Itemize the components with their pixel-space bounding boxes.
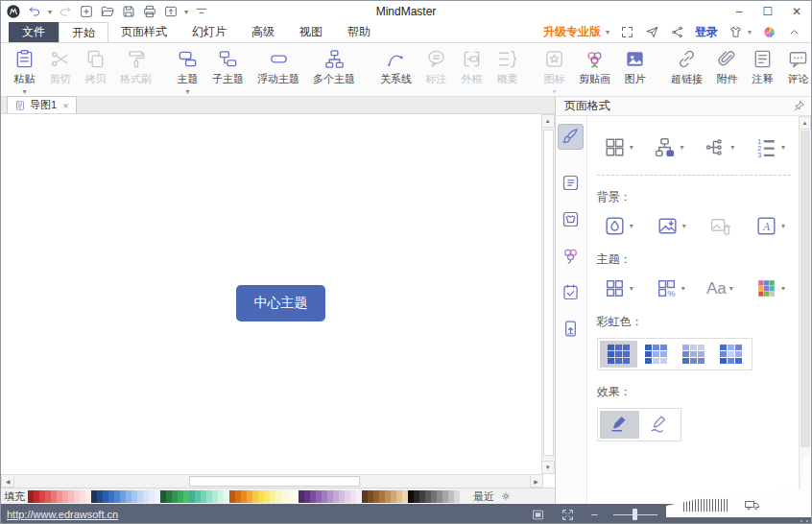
background-fill-button[interactable]: ▾ bbox=[603, 214, 633, 238]
toolbar-group: 超链接附件注释评论标签▾ bbox=[660, 43, 812, 96]
clipboard-button[interactable]: 粘贴▾ bbox=[7, 43, 42, 96]
dropdown-caret-icon: ▾ bbox=[781, 284, 785, 293]
task-icon bbox=[561, 282, 581, 305]
connector-style-button[interactable]: ▾ bbox=[704, 135, 734, 159]
login-button[interactable]: 登录 bbox=[695, 24, 718, 40]
minimize-button[interactable]: – bbox=[725, 2, 753, 22]
theme-color-button[interactable]: ▾ bbox=[754, 276, 785, 300]
menu-tab-advanced[interactable]: 高级 bbox=[239, 22, 287, 42]
callout-button: 标注 bbox=[418, 43, 454, 96]
numbering-button[interactable]: 123 ▾ bbox=[754, 135, 785, 159]
panel-strip-outline-list-button[interactable] bbox=[558, 171, 584, 197]
tshirt-dropdown-caret-icon[interactable]: ▾ bbox=[748, 28, 752, 36]
hyperlink-button[interactable]: 超链接 bbox=[664, 43, 709, 96]
panel-strip-device-button[interactable] bbox=[558, 317, 584, 343]
edrawsoft-link[interactable]: http://www.edrawsoft.cn bbox=[7, 509, 118, 520]
vertical-scrollbar[interactable]: ▲ ▼ bbox=[541, 114, 555, 474]
palette-settings-icon[interactable] bbox=[500, 490, 512, 502]
menu-tab-page-style[interactable]: 页面样式 bbox=[108, 22, 179, 42]
watermark-button[interactable]: A ▾ bbox=[754, 214, 785, 238]
zoom-out-button[interactable]: − bbox=[590, 508, 598, 522]
vertical-scroll-thumb[interactable] bbox=[543, 130, 554, 456]
summary-button: 概要 bbox=[490, 43, 525, 96]
open-file-button[interactable] bbox=[100, 4, 115, 19]
panel-scroll-up-button[interactable]: ▲ bbox=[799, 116, 811, 130]
upgrade-pro-button[interactable]: 升级专业版 bbox=[543, 24, 601, 40]
rainbow-cell bbox=[720, 345, 727, 350]
rainbow-cell bbox=[698, 358, 705, 364]
background-image-button[interactable]: ▾ bbox=[656, 214, 686, 238]
zoom-slider-handle[interactable] bbox=[633, 509, 637, 520]
central-topic-node[interactable]: 中心主题 bbox=[236, 285, 325, 322]
effect-option-2[interactable] bbox=[639, 411, 679, 439]
tab-close-icon[interactable]: × bbox=[62, 100, 68, 111]
toolbar-button-label: 多个主题 bbox=[313, 72, 355, 86]
mindmap-canvas[interactable]: 中心主题 ▲ ▼ ◀ ▶ bbox=[1, 114, 555, 488]
rainbow-option-1[interactable] bbox=[600, 341, 637, 368]
scroll-down-button[interactable]: ▼ bbox=[541, 461, 555, 474]
fullscreen-expand-icon[interactable] bbox=[561, 508, 575, 522]
picture-button[interactable]: 图片 bbox=[617, 43, 653, 96]
panel-scrollbar[interactable]: ▲ bbox=[799, 116, 811, 504]
theme-variant-button[interactable]: % ▾ bbox=[655, 276, 685, 300]
theme-style-button[interactable]: ▾ bbox=[603, 276, 633, 300]
color-swatch[interactable] bbox=[460, 490, 466, 503]
maximize-button[interactable]: ☐ bbox=[753, 2, 782, 22]
structure-style-button[interactable]: ▾ bbox=[653, 135, 683, 159]
effect-option-1[interactable] bbox=[600, 411, 639, 439]
panel-header: 页面格式 bbox=[556, 97, 811, 116]
panel-strip-stamp-button[interactable] bbox=[558, 207, 584, 233]
panel-strip-task-button[interactable] bbox=[558, 280, 584, 306]
close-button[interactable]: ✕ bbox=[782, 2, 811, 22]
attachment-button[interactable]: 附件 bbox=[709, 43, 745, 96]
layout-style-button[interactable]: ▾ bbox=[603, 135, 633, 159]
redo-button[interactable] bbox=[58, 4, 73, 19]
menu-file-button[interactable]: 文件 bbox=[9, 22, 59, 42]
theme-color-icon[interactable] bbox=[762, 25, 776, 39]
background-section-label: 背景： bbox=[597, 189, 791, 205]
share-icon[interactable] bbox=[670, 25, 684, 39]
print-button[interactable] bbox=[142, 4, 157, 19]
upgrade-dropdown-caret-icon[interactable]: ▾ bbox=[606, 28, 609, 36]
clipart-button[interactable]: 剪贴画 bbox=[572, 43, 617, 96]
comment-button[interactable]: 评论 bbox=[780, 43, 812, 96]
theme-font-button[interactable]: Aa ▾ bbox=[706, 279, 733, 298]
panel-scroll-thumb[interactable] bbox=[800, 131, 810, 447]
menu-tab-slides[interactable]: 幻灯片 bbox=[179, 22, 239, 42]
send-icon[interactable] bbox=[645, 25, 659, 39]
undo-button[interactable] bbox=[27, 4, 42, 19]
panel-strip-clover-button[interactable] bbox=[558, 244, 584, 270]
menu-tab-view[interactable]: 视图 bbox=[287, 22, 335, 42]
pin-icon[interactable] bbox=[793, 100, 805, 112]
export-dropdown-caret-icon[interactable]: ▾ bbox=[184, 8, 188, 16]
export-button[interactable] bbox=[163, 4, 179, 19]
rainbow-option-4[interactable] bbox=[712, 341, 750, 368]
customize-toolbar-button[interactable] bbox=[194, 4, 209, 19]
rainbow-option-3[interactable] bbox=[675, 341, 712, 368]
menu-tab-help[interactable]: 帮助 bbox=[335, 22, 383, 42]
document-tab[interactable]: 导图1 × bbox=[7, 96, 77, 113]
topic-button[interactable]: 主题▾ bbox=[170, 43, 205, 96]
rainbow-option-2[interactable] bbox=[637, 341, 675, 368]
undo-dropdown-caret-icon[interactable]: ▾ bbox=[48, 8, 52, 16]
barcode-graphic bbox=[683, 499, 729, 512]
scroll-left-button[interactable]: ◀ bbox=[1, 474, 14, 488]
floating-topic-button[interactable]: 浮动主题 bbox=[251, 43, 306, 96]
menu-tab-start[interactable]: 开始 bbox=[59, 22, 108, 42]
fit-window-icon[interactable] bbox=[531, 508, 545, 522]
tshirt-icon[interactable] bbox=[728, 25, 743, 39]
horizontal-scroll-thumb[interactable] bbox=[189, 476, 360, 487]
fullscreen-icon[interactable] bbox=[620, 25, 634, 39]
scroll-right-button[interactable]: ▶ bbox=[530, 474, 543, 488]
subtopic-button[interactable]: 子主题 bbox=[205, 43, 251, 96]
zoom-slider[interactable] bbox=[613, 508, 657, 521]
save-button[interactable] bbox=[121, 4, 136, 19]
scroll-up-button[interactable]: ▲ bbox=[541, 114, 555, 128]
panel-strip-fmt-brush-button[interactable] bbox=[558, 124, 584, 150]
note-button[interactable]: 注释 bbox=[745, 43, 780, 96]
horizontal-scrollbar[interactable]: ◀ ▶ bbox=[1, 474, 543, 488]
multi-topic-button[interactable]: 多个主题 bbox=[306, 43, 362, 96]
new-document-button[interactable] bbox=[79, 4, 94, 19]
relationship-button[interactable]: 关系线 bbox=[373, 43, 418, 96]
collapse-ribbon-icon[interactable] bbox=[787, 25, 801, 39]
